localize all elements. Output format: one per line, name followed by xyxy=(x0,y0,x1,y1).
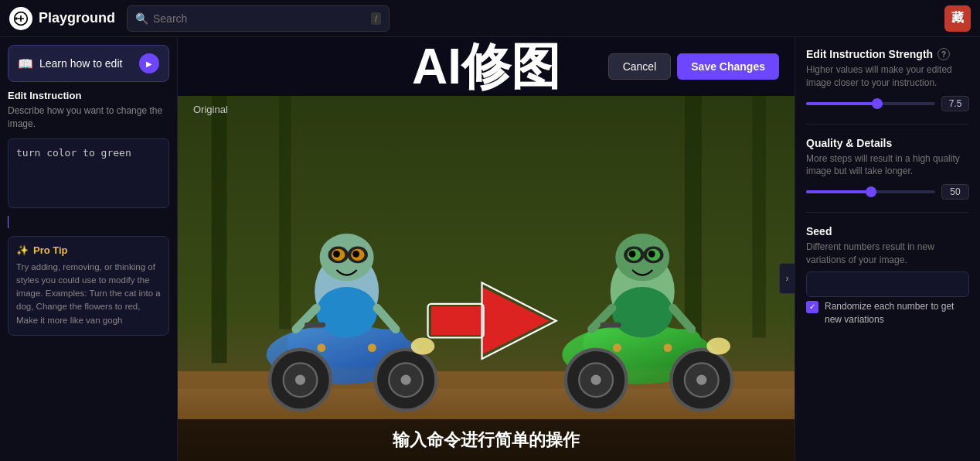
strength-section: Edit Instruction Strength ? Higher value… xyxy=(806,48,969,111)
svg-point-16 xyxy=(401,375,411,385)
pro-tip-text: Try adding, removing, or thinking of sty… xyxy=(16,261,161,327)
pro-tip-box: ✨ Pro Tip Try adding, removing, or think… xyxy=(8,236,169,336)
svg-point-58 xyxy=(664,343,672,352)
book-icon: 📖 xyxy=(18,56,33,71)
svg-point-1 xyxy=(15,17,18,19)
svg-point-41 xyxy=(696,375,706,385)
quality-title: Quality & Details xyxy=(806,137,969,149)
main-layout: 📖 Learn how to edit ▶ Edit Instruction D… xyxy=(0,37,980,461)
learn-btn-label: Learn how to edit xyxy=(39,57,122,70)
svg-point-13 xyxy=(295,375,305,385)
strength-slider-row: 7.5 xyxy=(806,96,969,111)
learn-how-to-edit-button[interactable]: 📖 Learn how to edit ▶ xyxy=(8,45,169,82)
svg-point-50 xyxy=(648,251,655,258)
right-panel: Edit Instruction Strength ? Higher value… xyxy=(795,37,980,461)
bottom-caption: 输入命令进行简单的操作 xyxy=(178,419,795,461)
user-avatar[interactable]: 藏 xyxy=(944,5,971,32)
logo-icon xyxy=(9,7,32,30)
svg-point-54 xyxy=(706,338,730,355)
svg-point-43 xyxy=(612,287,673,338)
lightbulb-icon: ✨ xyxy=(16,244,29,256)
strength-value: 7.5 xyxy=(941,96,969,111)
svg-point-25 xyxy=(352,251,359,258)
logo-text: Playground xyxy=(39,10,115,26)
frog-scene-svg xyxy=(178,96,795,461)
quality-slider-row: 50 xyxy=(806,184,969,200)
svg-rect-3 xyxy=(212,96,227,363)
search-shortcut: / xyxy=(371,12,381,25)
svg-point-24 xyxy=(333,251,340,258)
center-header: AI修图 Cancel Save Changes xyxy=(178,37,795,96)
svg-rect-31 xyxy=(431,306,484,335)
strength-info-icon[interactable]: ? xyxy=(937,48,950,60)
play-button[interactable]: ▶ xyxy=(139,53,159,73)
save-changes-button[interactable]: Save Changes xyxy=(677,53,779,80)
center-buttons: Cancel Save Changes xyxy=(608,53,779,80)
svg-point-57 xyxy=(613,343,621,352)
quality-desc: More steps will result in a high quality… xyxy=(806,152,969,179)
search-input[interactable] xyxy=(153,12,366,25)
quality-slider-track[interactable] xyxy=(806,190,935,193)
svg-rect-4 xyxy=(279,96,291,330)
svg-point-38 xyxy=(591,375,601,385)
svg-point-29 xyxy=(411,338,435,355)
right-panel-toggle[interactable]: › xyxy=(779,263,795,294)
seed-desc: Different numbers result in new variatio… xyxy=(806,241,969,267)
cancel-button[interactable]: Cancel xyxy=(608,53,672,80)
image-display: Original xyxy=(178,96,795,461)
seed-input[interactable] xyxy=(806,271,969,297)
randomize-label: Randomize each number to get new variati… xyxy=(825,300,969,326)
instruction-textarea[interactable]: turn color to green xyxy=(8,138,169,208)
seed-title: Seed xyxy=(806,225,969,237)
logo-area: Playground xyxy=(9,7,117,30)
svg-rect-53 xyxy=(601,323,621,328)
edit-instruction-desc: Describe how you want to change the imag… xyxy=(8,104,169,131)
svg-rect-28 xyxy=(305,323,325,328)
svg-point-55 xyxy=(317,343,325,352)
strength-slider-thumb xyxy=(872,98,883,109)
svg-point-56 xyxy=(368,343,376,352)
quality-slider-thumb xyxy=(866,186,876,197)
svg-rect-5 xyxy=(685,96,702,346)
strength-title: Edit Instruction Strength ? xyxy=(806,48,969,60)
pro-tip-header: ✨ Pro Tip xyxy=(16,244,161,256)
svg-point-49 xyxy=(629,251,636,258)
edit-instruction-title: Edit Instruction xyxy=(8,90,169,101)
quality-slider-fill xyxy=(806,190,871,193)
svg-rect-6 xyxy=(752,96,765,338)
quality-value: 50 xyxy=(941,184,969,200)
frog-image-container xyxy=(178,96,795,461)
edit-instruction-section: Edit Instruction Describe how you want t… xyxy=(8,90,169,228)
strength-slider-track[interactable] xyxy=(806,102,935,105)
divider-2 xyxy=(806,212,969,213)
topnav: Playground 🔍 / 藏 xyxy=(0,0,980,37)
ai-title: AI修图 xyxy=(412,42,560,91)
cursor-line xyxy=(8,216,9,228)
seed-section: Seed Different numbers result in new var… xyxy=(806,225,969,326)
center-area: AI修图 Cancel Save Changes Original xyxy=(178,37,795,461)
quality-section: Quality & Details More steps will result… xyxy=(806,137,969,200)
randomize-row: ✓ Randomize each number to get new varia… xyxy=(806,300,969,326)
search-bar[interactable]: 🔍 / xyxy=(127,5,390,32)
strength-slider-fill xyxy=(806,102,877,105)
search-icon: 🔍 xyxy=(135,12,148,25)
strength-desc: Higher values will make your edited imag… xyxy=(806,63,969,90)
randomize-checkbox[interactable]: ✓ xyxy=(806,301,818,313)
svg-point-18 xyxy=(316,287,377,338)
left-sidebar: 📖 Learn how to edit ▶ Edit Instruction D… xyxy=(0,37,178,461)
original-label: Original xyxy=(193,104,228,115)
divider-1 xyxy=(806,124,969,125)
